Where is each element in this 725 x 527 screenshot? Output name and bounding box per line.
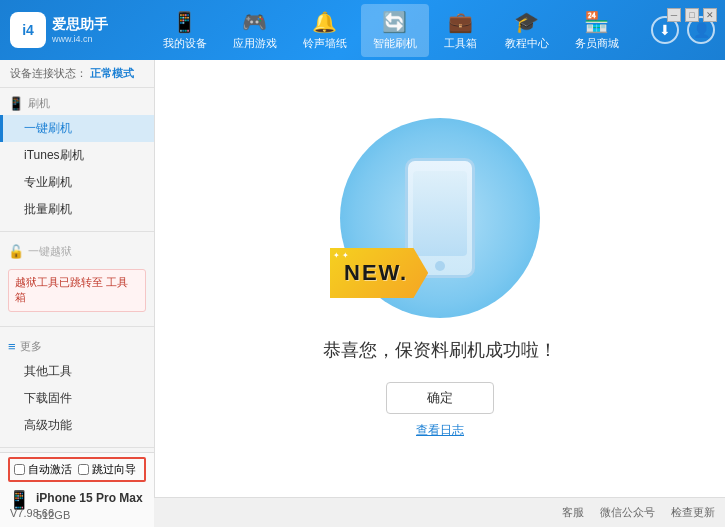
nav-smart-flash[interactable]: 🔄 智能刷机 <box>361 4 429 57</box>
advanced-label: 高级功能 <box>24 418 72 432</box>
nav-my-device[interactable]: 📱 我的设备 <box>151 4 219 57</box>
flash-section: 📱 刷机 一键刷机 iTunes刷机 专业刷机 批量刷机 <box>0 88 154 227</box>
guide-checkbox[interactable]: 跳过向导 <box>78 462 136 477</box>
confirm-button[interactable]: 确定 <box>386 382 494 414</box>
nav-business-label: 务员商城 <box>575 36 619 51</box>
more-section-icon: ≡ <box>8 339 16 354</box>
device-checkboxes: 自动激活 跳过向导 <box>8 457 146 482</box>
new-badge-text: NEW. <box>344 260 408 286</box>
check-update-link[interactable]: 检查更新 <box>671 505 715 520</box>
logo-main-text: 爱思助手 <box>52 16 108 34</box>
guide-label: 跳过向导 <box>92 462 136 477</box>
jailbreak-notice: 越狱工具已跳转至 工具箱 <box>8 269 146 312</box>
status-links: 客服 微信公众号 检查更新 <box>562 505 715 520</box>
new-stars-decoration: ✦ ✦ <box>333 251 349 260</box>
new-ribbon: ✦ ✦ NEW. <box>330 248 428 298</box>
sidebar-item-pro-flash[interactable]: 专业刷机 <box>0 169 154 196</box>
nav-ringtone[interactable]: 🔔 铃声墙纸 <box>291 4 359 57</box>
sidebar-item-itunes-flash[interactable]: iTunes刷机 <box>0 142 154 169</box>
jailbreak-section-header: 🔓 一键越狱 <box>0 240 154 263</box>
wechat-link[interactable]: 微信公众号 <box>600 505 655 520</box>
logo-text: 爱思助手 www.i4.cn <box>52 16 108 44</box>
other-tools-label: 其他工具 <box>24 364 72 378</box>
maximize-button[interactable]: □ <box>685 8 699 22</box>
nav-tools-icon: 💼 <box>448 10 473 34</box>
nav-tools-label: 工具箱 <box>444 36 477 51</box>
jailbreak-section-icon: 🔓 <box>8 244 24 259</box>
sidebar: 设备连接状态： 正常模式 📱 刷机 一键刷机 iTunes刷机 专业刷机 批量刷… <box>0 60 155 497</box>
nav-business-icon: 🏪 <box>584 10 609 34</box>
sidebar-item-batch-flash[interactable]: 批量刷机 <box>0 196 154 223</box>
content-area: ✦ ✦ ✦ ✦ ✦ NEW. 恭喜您，保资料刷机成功啦！ 确定 查看日志 <box>155 60 725 497</box>
nav-business[interactable]: 🏪 务员商城 <box>563 4 631 57</box>
nav-app-games[interactable]: 🎮 应用游戏 <box>221 4 289 57</box>
nav-device-label: 我的设备 <box>163 36 207 51</box>
nav-ringtone-icon: 🔔 <box>312 10 337 34</box>
pro-flash-label: 专业刷机 <box>24 175 72 189</box>
nav-tutorial-icon: 🎓 <box>514 10 539 34</box>
device-name: iPhone 15 Pro Max <box>36 489 143 507</box>
phone-home-button <box>435 261 445 271</box>
minimize-button[interactable]: ─ <box>667 8 681 22</box>
sparkle-1: ✦ <box>360 133 372 149</box>
nav-flash-label: 智能刷机 <box>373 36 417 51</box>
logo-icon: i4 <box>10 12 46 48</box>
status-label: 设备连接状态： <box>10 67 87 79</box>
sidebar-status: 设备连接状态： 正常模式 <box>0 60 154 88</box>
download-firmware-label: 下载固件 <box>24 391 72 405</box>
main-layout: 设备连接状态： 正常模式 📱 刷机 一键刷机 iTunes刷机 专业刷机 批量刷… <box>0 60 725 497</box>
nav-tools[interactable]: 💼 工具箱 <box>431 4 491 57</box>
flash-section-header: 📱 刷机 <box>0 92 154 115</box>
sidebar-item-one-key-flash[interactable]: 一键刷机 <box>0 115 154 142</box>
nav-tutorial-label: 教程中心 <box>505 36 549 51</box>
more-section-label: 更多 <box>20 339 42 354</box>
sidebar-divider-3 <box>0 447 154 448</box>
view-log-button[interactable]: 查看日志 <box>416 422 464 439</box>
nav-ringtone-label: 铃声墙纸 <box>303 36 347 51</box>
sidebar-divider-2 <box>0 326 154 327</box>
customer-service-link[interactable]: 客服 <box>562 505 584 520</box>
flash-section-label: 刷机 <box>28 96 50 111</box>
sidebar-item-download-firmware[interactable]: 下载固件 <box>0 385 154 412</box>
nav-device-icon: 📱 <box>172 10 197 34</box>
sidebar-item-advanced[interactable]: 高级功能 <box>0 412 154 439</box>
one-key-flash-label: 一键刷机 <box>24 121 72 135</box>
status-version: V7.98.66 <box>10 507 54 519</box>
auto-activate-checkbox[interactable]: 自动激活 <box>14 462 72 477</box>
success-text-content: 恭喜您，保资料刷机成功啦！ <box>323 340 557 360</box>
itunes-flash-label: iTunes刷机 <box>24 148 84 162</box>
nav-tutorial[interactable]: 🎓 教程中心 <box>493 4 561 57</box>
batch-flash-label: 批量刷机 <box>24 202 72 216</box>
jailbreak-section: 🔓 一键越狱 越狱工具已跳转至 工具箱 <box>0 236 154 322</box>
header: i4 爱思助手 www.i4.cn 📱 我的设备 🎮 应用游戏 🔔 铃声墙纸 🔄… <box>0 0 725 60</box>
logo-symbol: i4 <box>22 22 34 38</box>
window-controls: ─ □ ✕ <box>667 8 717 22</box>
sparkle-2: ✦ <box>503 128 515 144</box>
phone-illustration: ✦ ✦ ✦ ✦ ✦ NEW. <box>340 118 540 318</box>
auto-activate-input[interactable] <box>14 464 25 475</box>
device-type: iPhone <box>36 523 143 527</box>
phone-screen <box>413 171 467 256</box>
flash-section-icon: 📱 <box>8 96 24 111</box>
status-value: 正常模式 <box>90 67 134 79</box>
nav-flash-icon: 🔄 <box>382 10 407 34</box>
close-button[interactable]: ✕ <box>703 8 717 22</box>
nav-app-icon: 🎮 <box>242 10 267 34</box>
more-section: ≡ 更多 其他工具 下载固件 高级功能 <box>0 331 154 443</box>
jailbreak-section-label: 一键越狱 <box>28 244 72 259</box>
success-message: 恭喜您，保资料刷机成功啦！ <box>323 338 557 362</box>
logo-sub-text: www.i4.cn <box>52 34 108 44</box>
jailbreak-notice-text: 越狱工具已跳转至 工具箱 <box>15 276 128 303</box>
nav-bar: 📱 我的设备 🎮 应用游戏 🔔 铃声墙纸 🔄 智能刷机 💼 工具箱 🎓 教程中心… <box>130 4 651 57</box>
auto-activate-label: 自动激活 <box>28 462 72 477</box>
more-section-header: ≡ 更多 <box>0 335 154 358</box>
sidebar-item-other-tools[interactable]: 其他工具 <box>0 358 154 385</box>
logo: i4 爱思助手 www.i4.cn <box>10 12 130 48</box>
guide-input[interactable] <box>78 464 89 475</box>
sidebar-divider-1 <box>0 231 154 232</box>
nav-app-label: 应用游戏 <box>233 36 277 51</box>
